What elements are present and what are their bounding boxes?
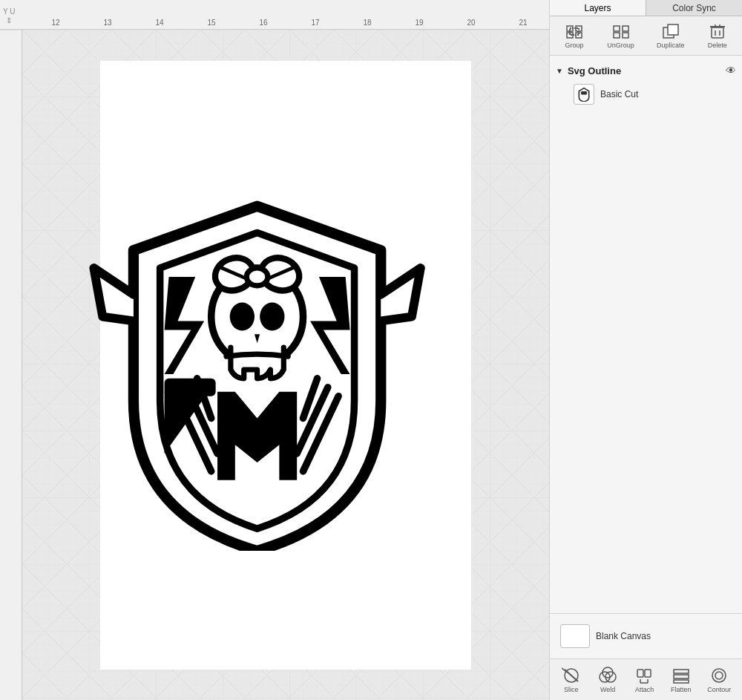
svg-rect-49 — [637, 670, 643, 677]
ungroup-button[interactable]: UnGroup — [604, 21, 637, 50]
svg-rect-31 — [614, 33, 620, 38]
blank-canvas-label: Blank Canvas — [596, 631, 651, 641]
canvas-area: Y U — [0, 0, 549, 700]
contour-label: Contour — [707, 686, 731, 693]
svg-rect-35 — [712, 27, 723, 38]
svg-rect-29 — [614, 26, 620, 31]
flatten-icon — [671, 667, 692, 684]
visibility-icon[interactable]: 👁 — [726, 65, 736, 76]
design-svg[interactable] — [79, 180, 436, 551]
layer-item-basic-cut[interactable]: Basic Cut — [556, 79, 736, 109]
group-icon — [564, 22, 585, 40]
contour-button[interactable]: Contour — [704, 665, 734, 695]
ruler-left-svg — [0, 30, 22, 698]
svg-rect-55 — [674, 675, 689, 678]
layer-name-basic-cut: Basic Cut — [600, 89, 638, 99]
svg-point-58 — [715, 672, 723, 679]
svg-point-42 — [583, 91, 587, 95]
spacer — [550, 341, 742, 614]
tab-bar: Layers Color Sync — [550, 0, 742, 16]
flatten-label: Flatten — [671, 686, 692, 693]
delete-button[interactable]: Delete — [704, 21, 731, 50]
contour-icon — [709, 667, 729, 684]
ruler-left — [0, 30, 22, 700]
panel-toolbar: Group UnGroup Duplicate — [550, 16, 742, 56]
svg-rect-34 — [668, 24, 678, 35]
bottom-toolbar: Slice Weld Attac — [550, 658, 742, 700]
chevron-down-icon: ▼ — [556, 67, 563, 75]
ungroup-icon — [611, 22, 631, 40]
right-panel: Layers Color Sync Group — [549, 0, 742, 700]
layer-thumb — [574, 84, 594, 105]
svg-point-15 — [246, 268, 268, 286]
svg-point-9 — [260, 302, 284, 330]
weld-icon — [597, 667, 618, 684]
layers-section: ▼ Svg Outline 👁 Basic Cut — [550, 56, 742, 341]
blank-canvas-thumb — [560, 624, 590, 648]
attach-label: Attach — [635, 686, 654, 693]
slice-label: Slice — [564, 686, 579, 693]
slice-button[interactable]: Slice — [558, 665, 585, 695]
delete-icon — [707, 22, 728, 40]
ruler-numbers: 12 13 14 15 16 17 18 19 20 21 — [22, 6, 549, 30]
tab-color-sync[interactable]: Color Sync — [646, 0, 742, 16]
duplicate-icon — [660, 22, 681, 40]
layer-group-header[interactable]: ▼ Svg Outline 👁 — [556, 62, 736, 79]
blank-canvas-item[interactable]: Blank Canvas — [556, 620, 736, 652]
slice-icon — [561, 667, 582, 684]
svg-point-57 — [712, 669, 726, 682]
svg-rect-56 — [674, 680, 689, 683]
delete-label: Delete — [708, 42, 727, 49]
svg-rect-32 — [623, 33, 628, 38]
duplicate-label: Duplicate — [657, 42, 685, 49]
svg-rect-30 — [623, 26, 628, 31]
svg-outline-title: Svg Outline — [568, 65, 621, 76]
tool-label: Y U — [3, 7, 16, 16]
weld-button[interactable]: Weld — [594, 665, 621, 695]
attach-icon — [634, 667, 654, 684]
tab-layers[interactable]: Layers — [550, 0, 646, 16]
tool-arrows: ⇕ — [6, 16, 12, 24]
layer-group-svg-outline: ▼ Svg Outline 👁 Basic Cut — [550, 62, 742, 109]
flatten-button[interactable]: Flatten — [668, 665, 695, 695]
weld-label: Weld — [600, 686, 615, 693]
duplicate-button[interactable]: Duplicate — [654, 21, 688, 50]
ungroup-label: UnGroup — [607, 42, 634, 49]
attach-button[interactable]: Attach — [631, 665, 657, 695]
svg-point-8 — [230, 302, 255, 330]
canvas-content — [22, 30, 549, 700]
svg-rect-6 — [235, 427, 280, 440]
group-button[interactable]: Group — [561, 21, 588, 50]
svg-rect-54 — [674, 670, 689, 673]
group-label: Group — [565, 42, 584, 49]
svg-rect-50 — [645, 670, 651, 677]
blank-canvas-section: Blank Canvas — [550, 613, 742, 658]
